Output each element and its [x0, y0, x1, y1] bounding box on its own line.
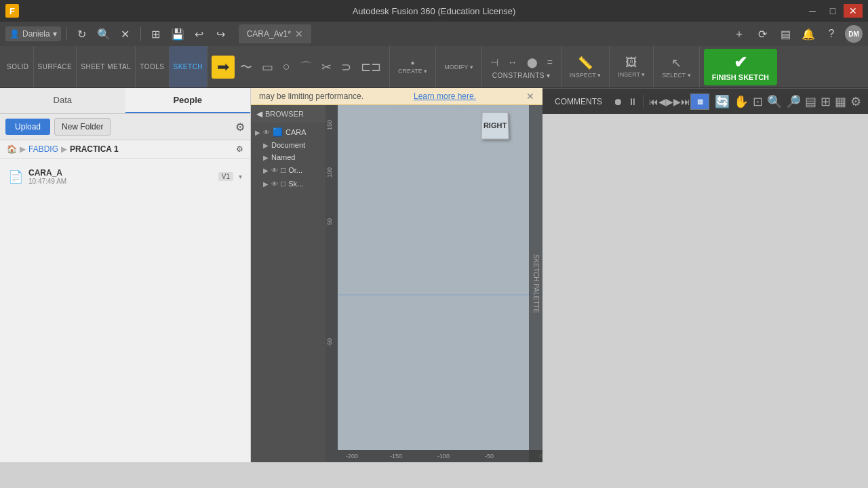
settings-button[interactable]: ⚙ [235, 121, 245, 134]
circle-tool-button[interactable]: ○ [279, 57, 294, 77]
minimize-button[interactable]: ─ [803, 4, 822, 18]
browser-item-document[interactable]: ▶ Document [251, 139, 326, 151]
upload-button[interactable]: Upload [5, 119, 50, 135]
orbit-button[interactable]: 🔄 [715, 94, 730, 109]
next-frame-button[interactable]: ▶ [673, 96, 681, 107]
current-folder-breadcrumb: PRACTICA 1 [70, 144, 119, 154]
browser-item-sketch[interactable]: ▶ 👁 □ Sk... [251, 177, 326, 190]
add-tab-button[interactable]: ＋ [730, 24, 749, 43]
notifications-button[interactable]: 🔔 [799, 24, 818, 43]
breadcrumb-settings-icon[interactable]: ⚙ [236, 144, 243, 154]
tab-area: CARA_Av1* ✕ [233, 24, 727, 43]
view-cube-face[interactable]: RIGHT [481, 113, 509, 140]
redo-button[interactable]: ↪ [212, 24, 231, 43]
trim-tool-button[interactable]: ✂ [317, 57, 336, 77]
toggle-ui-button[interactable]: ▤ [776, 24, 795, 43]
fabdig-breadcrumb[interactable]: FABDIG [28, 144, 58, 154]
solid-label[interactable]: SOLID [7, 63, 29, 70]
insert-dropdown-button[interactable]: 🖼 INSERT ▾ [614, 53, 649, 81]
file-tab[interactable]: CARA_Av1* ✕ [239, 24, 311, 43]
close-button[interactable]: ✕ [844, 4, 863, 18]
arc-tool-button[interactable]: ⌒ [296, 56, 316, 78]
spline-tool-button[interactable]: 〜 [236, 56, 256, 78]
display-mode-button[interactable]: ▤ [805, 94, 816, 109]
view-mode-button[interactable]: ▦ [835, 94, 846, 109]
origin-eye-icon[interactable]: 👁 [271, 167, 278, 174]
updates-button[interactable]: ⟳ [753, 24, 772, 43]
warning-close-button[interactable]: ✕ [526, 91, 534, 102]
viewport: may be limiting performance. Learn more … [251, 88, 542, 462]
circle-constraint-button[interactable]: ⬤ [523, 54, 542, 70]
sketch-label[interactable]: SKETCH [174, 63, 203, 70]
pause-icon[interactable]: ⏸ [628, 96, 637, 107]
tab-people[interactable]: People [125, 88, 251, 113]
browser-item-named[interactable]: ▶ Named [251, 151, 326, 163]
home-breadcrumb[interactable]: 🏠 [7, 144, 17, 154]
avatar[interactable]: DM [845, 25, 863, 43]
line-tool-button[interactable]: ➡ [212, 56, 235, 79]
constraints-label[interactable]: CONSTRAINTS ▾ [492, 72, 551, 79]
grid-view-button[interactable]: ⊞ [146, 24, 165, 43]
toolbar-tools-icons: ➡ 〜 ▭ ○ ⌒ ✂ ⊃ ⊏⊐ [208, 46, 390, 87]
restore-button[interactable]: □ [823, 4, 842, 18]
select-dropdown-button[interactable]: ↖ SELECT ▾ [658, 53, 694, 81]
finish-sketch-button[interactable]: ✔ FINISH SKETCH [704, 49, 777, 85]
modify-dropdown-button[interactable]: MODIFY ▾ [440, 61, 477, 73]
surface-label[interactable]: SURFACE [38, 63, 73, 70]
ruler-vtick: 150 [326, 120, 333, 130]
sketch-canvas[interactable]: 126.00 126.00 3.00 [326, 105, 542, 462]
tab-data[interactable]: Data [0, 88, 125, 113]
new-folder-button[interactable]: New Folder [54, 118, 111, 136]
close-file-button[interactable]: ✕ [116, 24, 135, 43]
grid-toggle-button[interactable]: ⊞ [821, 94, 831, 109]
insert-icon: 🖼 [625, 56, 637, 70]
file-version-arrow[interactable]: ▾ [239, 173, 242, 180]
search-button[interactable]: 🔍 [94, 24, 113, 43]
tab-close-icon[interactable]: ✕ [295, 28, 303, 39]
zoom-out-button[interactable]: 🔎 [786, 94, 801, 109]
first-frame-button[interactable]: ⏮ [649, 96, 658, 107]
save-button[interactable]: 💾 [168, 24, 187, 43]
mirror-tool-button[interactable]: ⊏⊐ [357, 57, 385, 77]
sketch-eye-icon[interactable]: 👁 [271, 180, 278, 188]
offset-tool-button[interactable]: ⊃ [337, 57, 355, 77]
panel-actions: Upload New Folder ⚙ [0, 114, 250, 140]
fit-button[interactable]: ⊡ [753, 94, 763, 109]
user-menu[interactable]: 👤 Daniela ▾ [5, 26, 61, 41]
rectangle-tool-button[interactable]: ▭ [258, 57, 277, 77]
learn-more-link[interactable]: Learn more here. [414, 92, 476, 101]
create-dropdown-button[interactable]: ● CREATE ▾ [394, 56, 431, 77]
prev-frame-button[interactable]: ◀ [658, 96, 666, 107]
list-item[interactable]: 📄 CARA_A 10:47:49 AM V1 ▾ [4, 163, 246, 190]
ruler-tick: -50 [485, 453, 494, 460]
grid-canvas[interactable]: -200 -150 -100 -50 0 50 150 [326, 105, 542, 462]
refresh-button[interactable]: ↻ [73, 24, 92, 43]
tools-label[interactable]: TOOLS [140, 63, 164, 70]
view-cube[interactable]: RIGHT [481, 112, 522, 152]
browser-collapse-button[interactable]: ◀ [256, 109, 262, 119]
ruler-tick: -150 [390, 453, 402, 460]
zoom-in-button[interactable]: 🔍 [767, 94, 782, 109]
undo-button[interactable]: ↩ [190, 24, 209, 43]
settings-gear-button[interactable]: ⚙ [850, 94, 861, 109]
record-icon[interactable]: ⏺ [613, 96, 623, 107]
select-group: ↖ SELECT ▾ [654, 46, 699, 87]
cara-eye-icon[interactable]: 👁 [263, 129, 270, 136]
distance-constraint-button[interactable]: ↔ [504, 54, 521, 70]
play-button[interactable]: ▶ [666, 96, 673, 107]
viewport-content[interactable]: ◀ BROWSER ▶ 👁 🟦 CARA ▶ Document [251, 105, 542, 462]
pan-button[interactable]: ✋ [734, 94, 749, 109]
inspect-dropdown-button[interactable]: 📏 INSPECT ▾ [566, 53, 605, 81]
browser-item-cara[interactable]: ▶ 👁 🟦 CARA [251, 125, 326, 139]
left-panel: Data People Upload New Folder ⚙ 🏠 ▶ FABD… [0, 88, 251, 462]
rectangle-icon: ▭ [262, 60, 273, 75]
equal-constraint-button[interactable]: = [543, 54, 557, 70]
panel-tabs: Data People [0, 88, 250, 114]
browser-item-origin[interactable]: ▶ 👁 □ Or... [251, 163, 326, 177]
separator2 [140, 27, 141, 41]
help-button[interactable]: ? [822, 24, 841, 43]
timeline-marker[interactable]: ▦ [690, 94, 709, 110]
sheetmetal-label[interactable]: SHEET METAL [81, 63, 131, 70]
horizontal-constraint-button[interactable]: ⊣ [486, 54, 502, 70]
last-frame-button[interactable]: ⏭ [681, 96, 690, 107]
